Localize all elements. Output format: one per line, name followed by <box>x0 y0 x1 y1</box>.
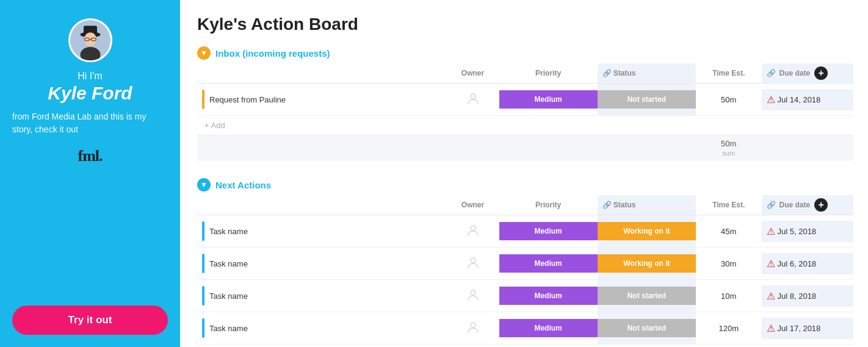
owner-cell[interactable] <box>447 280 499 312</box>
owner-icon <box>466 223 480 238</box>
duedate-link-icon: 🔗 <box>767 69 776 77</box>
due-date: Jul 17, 2018 <box>778 324 821 333</box>
alert-icon: ⚠ <box>767 290 775 302</box>
priority-badge: Medium <box>499 254 598 273</box>
alert-icon: ⚠ <box>767 323 775 334</box>
sidebar-name: Kyle Ford <box>48 83 132 103</box>
due-date: Jul 8, 2018 <box>778 292 817 301</box>
task-name-cell[interactable]: Request from Pauline <box>197 84 447 116</box>
task-name-cell[interactable]: Task name <box>197 280 447 312</box>
status-cell[interactable]: Working on it <box>598 248 696 280</box>
time-cell: 10m <box>696 280 762 312</box>
inbox-section: ▼ Inbox (incoming requests) Owner Priori… <box>197 46 853 161</box>
owner-icon <box>466 256 480 270</box>
duedate-cell: ⚠ Jul 8, 2018 <box>762 280 854 312</box>
next-actions-section: ▼ Next Actions Owner Priority 🔗Status Ti… <box>197 178 853 347</box>
inbox-table: Owner Priority 🔗Status Time Est. 🔗 Due d… <box>197 63 853 161</box>
na-col-owner: Owner <box>447 195 499 215</box>
inbox-title: Inbox (incoming requests) <box>215 48 330 59</box>
status-cell[interactable]: Working on it <box>598 215 696 248</box>
na-add-col-button[interactable]: + <box>814 198 828 212</box>
add-label[interactable]: + Add <box>197 116 853 135</box>
inbox-col-status: 🔗Status <box>598 63 696 84</box>
owner-icon <box>466 91 480 106</box>
owner-cell[interactable] <box>447 84 499 116</box>
na-col-time: Time Est. <box>696 195 762 215</box>
sidebar-greeting: Hi I'm <box>78 71 102 82</box>
status-cell[interactable]: Not started <box>598 84 696 116</box>
task-name-cell[interactable]: Task name <box>197 312 447 345</box>
time-cell: 45m <box>696 215 762 248</box>
task-bar <box>202 90 204 109</box>
priority-cell[interactable]: Medium <box>499 215 598 248</box>
task-bar <box>202 254 204 273</box>
inbox-col-time: Time Est. <box>696 63 762 84</box>
inbox-header: ▼ Inbox (incoming requests) <box>197 46 853 60</box>
table-row: Task name Medium Not started 120m ⚠ Jul … <box>197 312 853 345</box>
table-row: Request from Pauline Medium Not started … <box>197 84 853 116</box>
status-link-icon: 🔗 <box>602 69 612 77</box>
duedate-cell: ⚠ Jul 14, 2018 <box>762 84 854 116</box>
svg-point-12 <box>471 323 476 327</box>
add-row[interactable]: + Add <box>197 116 853 135</box>
task-bar <box>202 318 204 338</box>
time-cell: 120m <box>696 312 762 345</box>
priority-cell[interactable]: Medium <box>499 312 598 345</box>
avatar <box>68 18 112 62</box>
owner-cell[interactable] <box>447 312 499 345</box>
task-name: Task name <box>209 259 248 268</box>
task-bar <box>202 286 204 306</box>
due-date: Jul 14, 2018 <box>778 95 821 104</box>
inbox-add-col-button[interactable]: + <box>814 66 828 80</box>
add-label[interactable]: + Add <box>197 345 853 348</box>
owner-cell[interactable] <box>447 248 499 280</box>
status-badge: Not started <box>598 319 696 337</box>
try-it-out-button[interactable]: Try it out <box>12 306 168 335</box>
inbox-col-name <box>197 63 447 84</box>
sidebar: Hi I'm Kyle Ford from Ford Media Lab and… <box>0 0 180 347</box>
inbox-col-priority: Priority <box>499 63 598 84</box>
next-actions-chevron-icon[interactable]: ▼ <box>197 178 211 191</box>
priority-badge: Medium <box>499 319 598 337</box>
sum-row: 50msum <box>197 135 853 162</box>
due-date: Jul 6, 2018 <box>778 259 817 268</box>
inbox-col-owner: Owner <box>447 63 499 84</box>
priority-cell[interactable]: Medium <box>499 280 598 312</box>
alert-icon: ⚠ <box>767 94 775 106</box>
svg-point-11 <box>471 290 476 295</box>
task-name-cell[interactable]: Task name <box>197 248 447 280</box>
next-actions-table: Owner Priority 🔗Status Time Est. 🔗 Due d… <box>197 195 853 347</box>
table-row: Task name Medium Not started 10m ⚠ Jul 8… <box>197 280 853 312</box>
add-row[interactable]: + Add <box>197 345 853 348</box>
status-cell[interactable]: Not started <box>598 280 696 312</box>
due-date: Jul 5, 2018 <box>778 227 817 236</box>
status-cell[interactable]: Not started <box>598 312 696 345</box>
main-content: Kyle's Action Board ▼ Inbox (incoming re… <box>180 0 868 347</box>
owner-icon <box>466 320 480 335</box>
na-duedate-link-icon: 🔗 <box>767 201 776 209</box>
inbox-col-duedate: 🔗 Due date + <box>762 63 854 84</box>
sidebar-description: from Ford Media Lab and this is my story… <box>12 110 168 136</box>
na-col-duedate: 🔗 Due date + <box>762 195 854 215</box>
time-cell: 50m <box>696 84 762 116</box>
priority-cell[interactable]: Medium <box>499 248 598 280</box>
priority-badge: Medium <box>499 222 598 240</box>
page-title: Kyle's Action Board <box>197 15 853 34</box>
sum-duedate-spacer <box>762 135 854 162</box>
task-name: Task name <box>209 227 248 236</box>
priority-badge: Medium <box>499 90 598 109</box>
next-actions-header: ▼ Next Actions <box>197 178 853 191</box>
task-name-cell[interactable]: Task name <box>197 215 447 248</box>
na-col-priority: Priority <box>499 195 598 215</box>
alert-icon: ⚠ <box>767 258 775 270</box>
sidebar-logo: fml. <box>78 147 102 165</box>
na-col-status: 🔗Status <box>598 195 696 215</box>
sum-time: 50msum <box>696 135 762 162</box>
svg-point-7 <box>80 47 100 62</box>
status-badge: Not started <box>598 90 696 109</box>
inbox-chevron-icon[interactable]: ▼ <box>197 46 211 60</box>
priority-cell[interactable]: Medium <box>499 84 598 116</box>
task-bar <box>202 221 204 241</box>
task-name: Task name <box>209 324 248 333</box>
owner-cell[interactable] <box>447 215 499 248</box>
